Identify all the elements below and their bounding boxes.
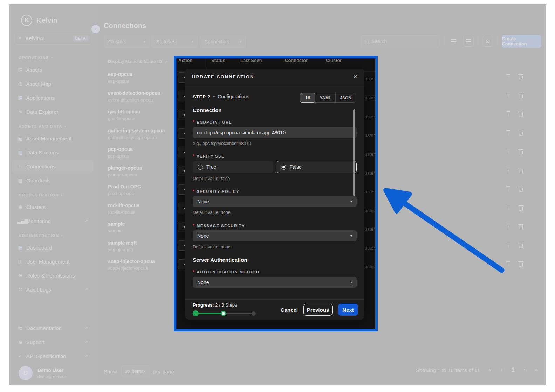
cancel-button[interactable]: Cancel xyxy=(281,307,298,313)
screenshot-stage: K Kelvin ✦ KelvinAI BETA OPERATIONS▾▤Ass… xyxy=(0,0,555,392)
bullet-icon: • xyxy=(213,94,215,99)
false-option-label: False xyxy=(290,164,302,170)
tab-yaml[interactable]: YAML xyxy=(315,93,336,102)
cluster-cell-fragment: uster xyxy=(365,170,375,176)
progress-label: Progress: xyxy=(193,302,214,308)
cluster-cell-fragment: uster xyxy=(365,226,375,232)
editor-mode-tabs: UIYAMLJSON xyxy=(300,93,356,103)
authentication-method-value: None xyxy=(197,280,209,285)
column-header-last-seen: Last Seen xyxy=(240,58,262,63)
security-policy-helper: Default value: none xyxy=(193,210,231,215)
progress-bar-remaining xyxy=(225,313,252,314)
progress-bar-done xyxy=(196,313,224,314)
previous-button[interactable]: Previous xyxy=(303,304,333,316)
message-security-select[interactable]: None ▾ xyxy=(193,230,357,241)
step-1-complete-icon: ✓ xyxy=(193,310,199,316)
required-icon: * xyxy=(193,270,195,274)
chevron-down-icon: ▾ xyxy=(350,234,352,238)
verify-ssl-label: *VERIFY SSL xyxy=(193,154,224,159)
required-icon: * xyxy=(193,223,195,228)
cluster-cell-fragment: uster xyxy=(365,95,375,100)
verify-ssl-helper: Default value: false xyxy=(193,176,230,181)
modal-header: UPDATE CONNECTION × xyxy=(185,69,364,85)
section-connection: Connection xyxy=(193,107,222,113)
step-2-current-icon xyxy=(221,311,226,316)
true-option-label: True xyxy=(206,164,216,170)
progress-track: ✓ xyxy=(193,310,256,317)
close-icon[interactable]: × xyxy=(353,73,357,80)
cluster-cell-fragment: uster xyxy=(365,208,375,213)
column-header-cluster: Cluster xyxy=(326,58,342,63)
security-policy-value: None xyxy=(197,199,209,204)
authentication-method-select[interactable]: None ▾ xyxy=(193,277,357,288)
cluster-cell-fragment: uster xyxy=(365,264,375,269)
verify-ssl-false-option[interactable]: False xyxy=(276,161,357,173)
cluster-cell-fragment: uster xyxy=(365,152,375,157)
scrollbar-thumb[interactable] xyxy=(353,109,355,196)
tab-ui[interactable]: UI xyxy=(300,93,315,103)
message-security-label: *MESSAGE SECURITY xyxy=(193,223,245,228)
required-icon: * xyxy=(193,154,195,159)
progress-steps: 2 / 3 Steps xyxy=(215,302,237,308)
modal-title: UPDATE CONNECTION xyxy=(192,74,254,79)
annotation-highlight-box: ActionStatusLast SeenConnectorClusterust… xyxy=(174,56,378,331)
verify-ssl-true-option[interactable]: True xyxy=(193,161,273,173)
verify-ssl-radio-group: True False xyxy=(193,161,357,173)
cluster-cell-fragment: uster xyxy=(365,114,375,119)
column-header-action: Action xyxy=(178,58,192,63)
column-header-status: Status xyxy=(211,58,225,63)
cluster-cell-fragment: uster xyxy=(365,133,375,138)
step-name: Configurations xyxy=(218,94,249,99)
step-indicator: STEP 2 • Configurations xyxy=(193,94,249,99)
cluster-cell-fragment: uster xyxy=(365,189,375,194)
radio-selected-icon xyxy=(281,164,286,170)
modal-footer: Progress: 2 / 3 Steps ✓ Cancel Previous … xyxy=(185,299,364,320)
message-security-value: None xyxy=(197,233,209,239)
update-connection-modal: UPDATE CONNECTION × STEP 2 • Configurati… xyxy=(185,69,364,320)
progress-text: Progress: 2 / 3 Steps xyxy=(193,302,237,308)
cluster-cell-fragment: uster xyxy=(365,76,375,82)
security-policy-label: *SECURITY POLICY xyxy=(193,189,239,194)
radio-icon xyxy=(198,164,203,170)
endpoint-url-helper: e.g., opc.tcp://localhost:48010 xyxy=(193,141,251,146)
tab-json[interactable]: JSON xyxy=(336,93,356,102)
endpoint-url-input[interactable] xyxy=(193,127,357,138)
section-server-authentication: Server Authentication xyxy=(193,257,247,263)
cluster-cell-fragment: uster xyxy=(365,245,375,251)
step-label: STEP 2 xyxy=(193,94,211,99)
endpoint-url-label: *ENDPOINT URL xyxy=(193,120,232,125)
security-policy-select[interactable]: None ▾ xyxy=(193,196,357,207)
column-header-connector: Connector xyxy=(285,58,308,63)
message-security-helper: Default value: none xyxy=(193,245,231,250)
authentication-method-label: *AUTHENTICATION METHOD xyxy=(193,270,259,274)
required-icon: * xyxy=(193,189,195,194)
required-icon: * xyxy=(193,120,195,125)
chevron-down-icon: ▾ xyxy=(350,200,352,203)
next-button[interactable]: Next xyxy=(338,304,358,316)
step-3-pending-icon xyxy=(252,312,256,316)
chevron-down-icon: ▾ xyxy=(350,280,352,284)
